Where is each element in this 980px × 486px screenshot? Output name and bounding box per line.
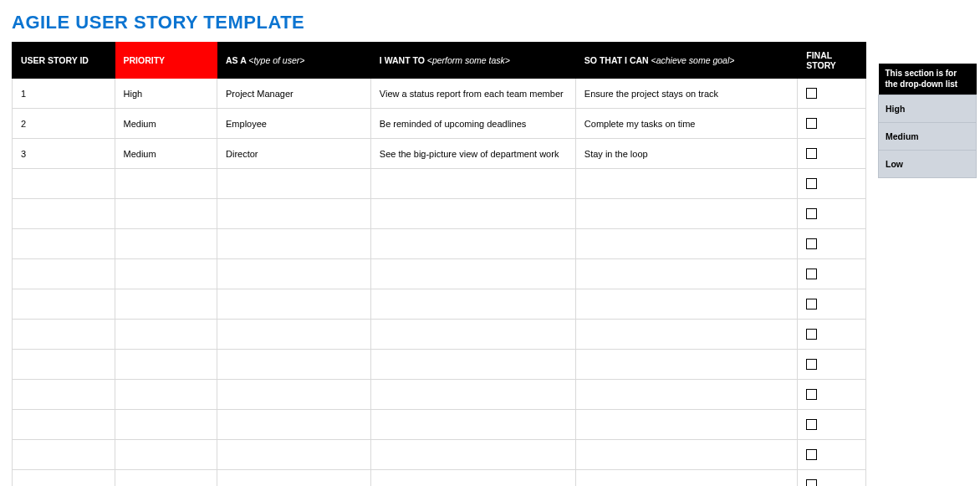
final-story-checkbox[interactable]: [806, 238, 817, 249]
cell-user-story-id[interactable]: [13, 169, 115, 199]
cell-priority[interactable]: [115, 229, 217, 259]
cell-user-story-id[interactable]: [13, 199, 115, 229]
cell-i-want-to[interactable]: View a status report from each team memb…: [370, 79, 575, 109]
cell-so-that[interactable]: [575, 470, 797, 487]
table-row: 3MediumDirectorSee the big-picture view …: [13, 139, 866, 169]
final-story-checkbox[interactable]: [806, 479, 817, 486]
cell-priority[interactable]: Medium: [115, 109, 217, 139]
cell-final-story: [798, 380, 866, 410]
cell-i-want-to[interactable]: [370, 229, 575, 259]
final-story-checkbox[interactable]: [806, 419, 817, 430]
cell-i-want-to[interactable]: [370, 380, 575, 410]
cell-so-that[interactable]: [575, 169, 797, 199]
cell-user-story-id[interactable]: 2: [13, 109, 115, 139]
cell-so-that[interactable]: [575, 410, 797, 440]
final-story-checkbox[interactable]: [806, 329, 817, 340]
cell-priority[interactable]: [115, 289, 217, 320]
cell-so-that[interactable]: [575, 259, 797, 289]
cell-i-want-to[interactable]: Be reminded of upcoming deadlines: [370, 109, 575, 139]
cell-priority[interactable]: [115, 380, 217, 410]
final-story-checkbox[interactable]: [806, 389, 817, 400]
cell-priority[interactable]: [115, 199, 217, 229]
cell-user-story-id[interactable]: [13, 440, 115, 470]
cell-i-want-to[interactable]: [370, 169, 575, 199]
cell-user-story-id[interactable]: 1: [13, 79, 115, 109]
cell-so-that[interactable]: [575, 440, 797, 470]
cell-priority[interactable]: [115, 470, 217, 487]
cell-final-story: [798, 470, 866, 487]
cell-i-want-to[interactable]: [370, 410, 575, 440]
final-story-checkbox[interactable]: [806, 178, 817, 189]
cell-user-story-id[interactable]: [13, 320, 115, 350]
header-final-story: FINAL STORY: [798, 43, 866, 79]
cell-so-that[interactable]: [575, 229, 797, 259]
final-story-checkbox[interactable]: [806, 208, 817, 219]
table-row: [13, 320, 866, 350]
cell-so-that[interactable]: [575, 350, 797, 380]
cell-user-story-id[interactable]: 3: [13, 139, 115, 169]
cell-as-a[interactable]: [217, 320, 371, 350]
table-row: [13, 259, 866, 289]
cell-as-a[interactable]: [217, 350, 371, 380]
cell-priority[interactable]: [115, 410, 217, 440]
cell-priority[interactable]: Medium: [115, 139, 217, 169]
cell-user-story-id[interactable]: [13, 380, 115, 410]
cell-priority[interactable]: [115, 440, 217, 470]
cell-i-want-to[interactable]: [370, 440, 575, 470]
cell-i-want-to[interactable]: [370, 259, 575, 289]
final-story-checkbox[interactable]: [806, 449, 817, 460]
cell-as-a[interactable]: Project Manager: [217, 79, 371, 109]
dropdown-option: Medium: [879, 123, 977, 151]
cell-final-story: [798, 289, 866, 320]
cell-so-that[interactable]: Complete my tasks on time: [575, 109, 797, 139]
cell-user-story-id[interactable]: [13, 289, 115, 320]
cell-so-that[interactable]: Stay in the loop: [575, 139, 797, 169]
cell-so-that[interactable]: [575, 380, 797, 410]
cell-i-want-to[interactable]: [370, 470, 575, 487]
cell-i-want-to[interactable]: [370, 350, 575, 380]
cell-as-a[interactable]: [217, 199, 371, 229]
cell-so-that[interactable]: Ensure the project stays on track: [575, 79, 797, 109]
cell-as-a[interactable]: [217, 410, 371, 440]
cell-priority[interactable]: [115, 259, 217, 289]
cell-i-want-to[interactable]: [370, 289, 575, 320]
cell-as-a[interactable]: [217, 259, 371, 289]
cell-as-a[interactable]: [217, 380, 371, 410]
cell-as-a[interactable]: [217, 440, 371, 470]
table-row: [13, 410, 866, 440]
cell-as-a[interactable]: Employee: [217, 109, 371, 139]
final-story-checkbox[interactable]: [806, 299, 817, 310]
cell-so-that[interactable]: [575, 199, 797, 229]
cell-user-story-id[interactable]: [13, 259, 115, 289]
final-story-checkbox[interactable]: [806, 359, 817, 370]
cell-i-want-to[interactable]: See the big-picture view of department w…: [370, 139, 575, 169]
cell-user-story-id[interactable]: [13, 470, 115, 487]
cell-user-story-id[interactable]: [13, 229, 115, 259]
cell-as-a[interactable]: [217, 289, 371, 320]
cell-final-story: [798, 79, 866, 109]
cell-priority[interactable]: [115, 320, 217, 350]
cell-i-want-to[interactable]: [370, 199, 575, 229]
cell-user-story-id[interactable]: [13, 350, 115, 380]
cell-priority[interactable]: High: [115, 79, 217, 109]
dropdown-option: High: [879, 95, 977, 123]
header-so-that: SO THAT I CAN <achieve some goal>: [575, 43, 797, 79]
cell-final-story: [798, 139, 866, 169]
cell-as-a[interactable]: [217, 470, 371, 487]
table-header-row: USER STORY ID PRIORITY AS A <type of use…: [13, 43, 866, 79]
final-story-checkbox[interactable]: [806, 88, 817, 99]
cell-priority[interactable]: [115, 169, 217, 199]
cell-user-story-id[interactable]: [13, 410, 115, 440]
cell-as-a[interactable]: Director: [217, 139, 371, 169]
cell-so-that[interactable]: [575, 289, 797, 320]
final-story-checkbox[interactable]: [806, 148, 817, 159]
header-priority: PRIORITY: [115, 43, 217, 79]
header-as-a: AS A <type of user>: [217, 43, 371, 79]
cell-as-a[interactable]: [217, 229, 371, 259]
final-story-checkbox[interactable]: [806, 269, 817, 279]
final-story-checkbox[interactable]: [806, 118, 817, 129]
cell-as-a[interactable]: [217, 169, 371, 199]
cell-so-that[interactable]: [575, 320, 797, 350]
cell-priority[interactable]: [115, 350, 217, 380]
cell-i-want-to[interactable]: [370, 320, 575, 350]
